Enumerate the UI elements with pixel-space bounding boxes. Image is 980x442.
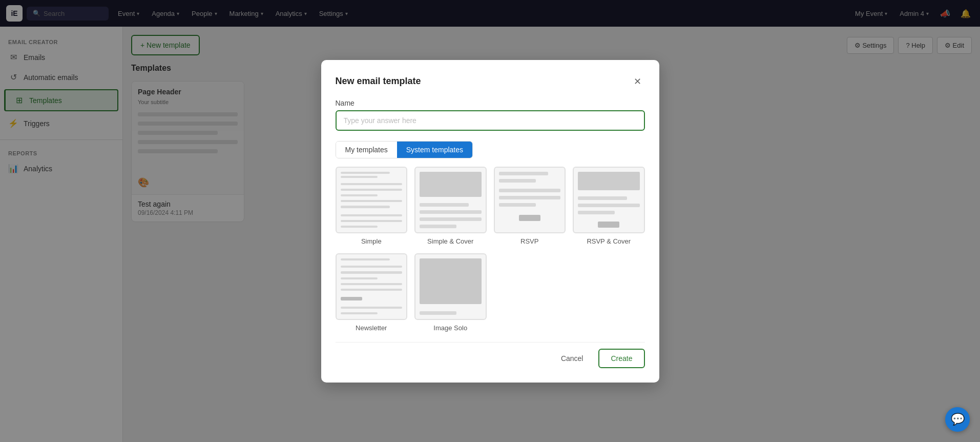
template-preview-simple-cover — [414, 167, 487, 233]
modal-name-label: Name — [336, 99, 645, 107]
template-placeholder-4 — [573, 253, 645, 332]
close-icon[interactable]: ✕ — [631, 74, 645, 89]
template-preview-rsvp — [494, 167, 566, 233]
modal-footer: Cancel Create — [336, 342, 645, 368]
template-option-simple[interactable]: Simple — [336, 167, 408, 245]
template-option-simple-cover[interactable]: Simple & Cover — [414, 167, 487, 245]
template-option-simple-label: Simple — [361, 237, 382, 245]
template-preview-simple — [336, 167, 408, 233]
create-button[interactable]: Create — [598, 349, 644, 368]
template-placeholder-3 — [494, 253, 566, 332]
template-option-rsvp[interactable]: RSVP — [494, 167, 566, 245]
template-option-rsvp-cover[interactable]: RSVP & Cover — [573, 167, 645, 245]
template-option-rsvp-label: RSVP — [520, 237, 538, 245]
modal-name-input[interactable] — [336, 110, 645, 131]
template-option-newsletter[interactable]: Newsletter — [336, 253, 408, 332]
new-email-template-modal: New email template ✕ Name My templates S… — [321, 60, 659, 383]
modal-title: New email template — [336, 76, 421, 87]
template-option-image-solo[interactable]: Image Solo — [414, 253, 487, 332]
template-preview-rsvp-cover — [573, 167, 645, 233]
modal-overlay[interactable]: New email template ✕ Name My templates S… — [0, 0, 980, 442]
template-option-newsletter-label: Newsletter — [356, 324, 387, 332]
template-preview-newsletter — [336, 253, 408, 320]
template-option-simple-cover-label: Simple & Cover — [427, 237, 473, 245]
template-option-image-solo-label: Image Solo — [433, 324, 467, 332]
template-options-row1: Simple Simple & Cover — [336, 167, 645, 245]
tab-system-templates[interactable]: System templates — [397, 142, 472, 158]
chat-button[interactable]: 💬 — [945, 407, 970, 432]
template-option-rsvp-cover-label: RSVP & Cover — [587, 237, 631, 245]
template-preview-image-solo — [414, 253, 487, 320]
template-options-row2: Newsletter Image Solo — [336, 253, 645, 332]
modal-tabs: My templates System templates — [336, 141, 473, 158]
modal-header: New email template ✕ — [336, 74, 645, 89]
cancel-button[interactable]: Cancel — [552, 350, 593, 367]
tab-my-templates[interactable]: My templates — [336, 142, 397, 158]
